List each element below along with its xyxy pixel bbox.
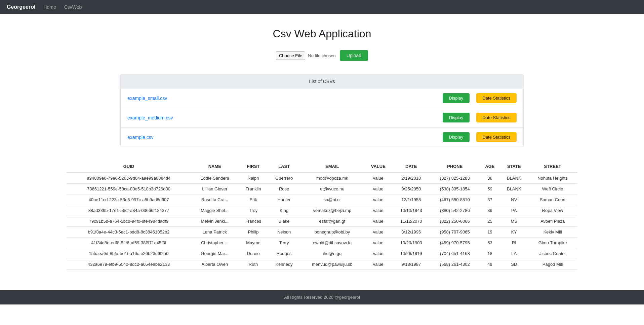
table-cell: value: [364, 238, 392, 248]
table-cell: (704) 651-4168: [430, 248, 480, 259]
table-cell: Kennedy: [268, 259, 300, 270]
table-cell: Melvin Jenki...: [191, 216, 239, 227]
navbar: Georgeerol Home CsvWeb: [0, 0, 644, 14]
table-column-header: FIRST: [239, 160, 268, 173]
table-cell: so@ni.cr: [300, 194, 364, 205]
table-cell: Nelson: [268, 227, 300, 238]
main-content: Csv Web Application Choose File No file …: [0, 14, 644, 277]
table-cell: 10/26/1919: [392, 248, 430, 259]
table-row: b91f8a4e-44c3-5ec1-bdd8-8c38461052b2Lena…: [67, 227, 577, 238]
table-cell: LA: [500, 248, 528, 259]
table-cell: ihu@ri.gq: [300, 248, 364, 259]
table-cell: 79c91b5d-a764-5bcd-94f0-8fe4984dadf9: [67, 216, 191, 227]
table-cell: Rosetta Cra...: [191, 194, 239, 205]
csv-list-row: example_medium.csv Display Date Statisti…: [121, 108, 523, 128]
display-button[interactable]: Display: [443, 93, 470, 103]
table-cell: bonegnup@obi.by: [300, 227, 364, 238]
table-column-header: STATE: [500, 160, 528, 173]
table-cell: PA: [500, 205, 528, 216]
table-column-header: PHONE: [430, 160, 480, 173]
table-column-header: STREET: [528, 160, 577, 173]
table-cell: Duane: [239, 248, 268, 259]
table-cell: Mayme: [239, 238, 268, 248]
table-row: 155aea6d-8bfa-5e1f-a16c-e26b23d9f2a0Geor…: [67, 248, 577, 259]
table-cell: Ruth: [239, 259, 268, 270]
data-table: GUIDNAMEFIRSTLASTEMAILVALUEDATEPHONEAGES…: [67, 160, 577, 270]
table-column-header: GUID: [67, 160, 191, 173]
table-cell: 11/12/2070: [392, 216, 430, 227]
table-cell: MS: [500, 216, 528, 227]
table-cell: esfaf@gan.gf: [300, 216, 364, 227]
table-cell: (958) 707-9065: [430, 227, 480, 238]
table-cell: 39: [480, 205, 500, 216]
csv-list-container: List of CSVs example_small.csv Display D…: [120, 74, 524, 147]
csv-list-header: List of CSVs: [121, 75, 523, 88]
table-cell: BLANK: [500, 173, 528, 184]
table-cell: Pagod Mill: [528, 259, 577, 270]
date-statistics-button[interactable]: Date Statistics: [476, 93, 517, 103]
table-cell: value: [364, 227, 392, 238]
table-row: 432a6e79-efb9-5040-8dc2-a054e8be2133Albe…: [67, 259, 577, 270]
table-cell: Kekiv Mill: [528, 227, 577, 238]
table-cell: 59: [480, 184, 500, 194]
table-cell: King: [268, 205, 300, 216]
date-statistics-button[interactable]: Date Statistics: [476, 132, 517, 142]
table-cell: Eddie Sanders: [191, 173, 239, 184]
csv-filename[interactable]: example.csv: [127, 135, 195, 140]
table-cell: Blake: [268, 216, 300, 227]
upload-row: Choose File No file chosen Upload: [7, 50, 637, 61]
table-row: 79c91b5d-a764-5bcd-94f0-8fe4984dadf9Melv…: [67, 216, 577, 227]
csv-filename[interactable]: example_medium.csv: [127, 115, 195, 120]
table-column-header: LAST: [268, 160, 300, 173]
table-column-header: AGE: [480, 160, 500, 173]
table-cell: Lillian Glover: [191, 184, 239, 194]
display-button[interactable]: Display: [443, 132, 470, 142]
table-cell: BLANK: [500, 184, 528, 194]
table-cell: value: [364, 259, 392, 270]
table-row: a94809e0-79e6-5263-9d04-aae99a0884d4Eddi…: [67, 173, 577, 184]
table-cell: value: [364, 184, 392, 194]
table-cell: Saman Court: [528, 194, 577, 205]
table-column-header: NAME: [191, 160, 239, 173]
table-cell: Rose: [268, 184, 300, 194]
table-row: 41f34d8e-edf8-5fe6-af59-38f971a45f3fChri…: [67, 238, 577, 248]
table-cell: 18: [480, 248, 500, 259]
table-cell: (568) 261-4302: [430, 259, 480, 270]
file-input-wrapper: Choose File No file chosen: [276, 51, 336, 60]
table-cell: (380) 542-2786: [430, 205, 480, 216]
csv-list-row: example.csv Display Date Statistics: [121, 128, 523, 147]
upload-button[interactable]: Upload: [340, 50, 368, 61]
table-row: 88ad3395-17d1-56cf-a84a-03666f124377Magg…: [67, 205, 577, 216]
navbar-brand[interactable]: Georgeerol: [7, 4, 35, 10]
table-cell: Erik: [239, 194, 268, 205]
table-cell: 40be11cd-223c-53e5-997c-a5b9ad8dff07: [67, 194, 191, 205]
csv-row-actions: Display Date Statistics: [443, 132, 517, 142]
table-cell: 19: [480, 227, 500, 238]
choose-file-button[interactable]: Choose File: [276, 51, 305, 60]
table-cell: 2/19/2018: [392, 173, 430, 184]
table-cell: Troy: [239, 205, 268, 216]
table-cell: KY: [500, 227, 528, 238]
table-cell: Ropa View: [528, 205, 577, 216]
csv-filename[interactable]: example_small.csv: [127, 96, 195, 101]
table-cell: 41f34d8e-edf8-5fe6-af59-38f971a45f3f: [67, 238, 191, 248]
date-statistics-button[interactable]: Date Statistics: [476, 113, 517, 122]
display-button[interactable]: Display: [443, 113, 470, 122]
table-cell: Avoefi Plaza: [528, 216, 577, 227]
table-cell: Guerrero: [268, 173, 300, 184]
table-cell: (538) 335-1854: [430, 184, 480, 194]
navbar-link-csvweb[interactable]: CsvWeb: [64, 4, 82, 10]
navbar-link-home[interactable]: Home: [43, 4, 56, 10]
table-column-header: EMAIL: [300, 160, 364, 173]
table-cell: Gimu Turnpike: [528, 238, 577, 248]
table-cell: (327) 825-1283: [430, 173, 480, 184]
table-cell: 3/12/1996: [392, 227, 430, 238]
table-cell: a94809e0-79e6-5263-9d04-aae99a0884d4: [67, 173, 191, 184]
table-cell: value: [364, 173, 392, 184]
table-cell: 10/20/1903: [392, 238, 430, 248]
table-cell: mod@opoza.mk: [300, 173, 364, 184]
table-cell: Hodges: [268, 248, 300, 259]
csv-row-actions: Display Date Statistics: [443, 113, 517, 122]
table-cell: 155aea6d-8bfa-5e1f-a16c-e26b23d9f2a0: [67, 248, 191, 259]
csv-list-row: example_small.csv Display Date Statistic…: [121, 88, 523, 108]
